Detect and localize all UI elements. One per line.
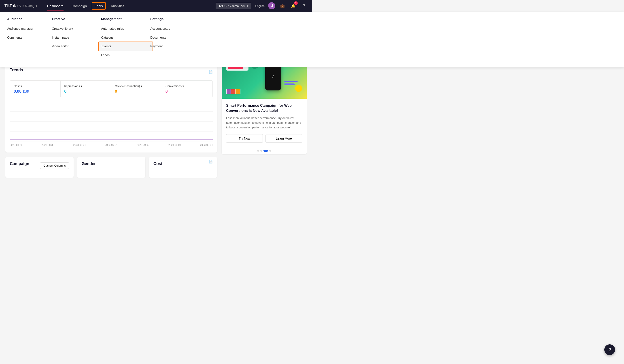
- metric-clicks: Clicks (Destination) ▾ 0: [111, 81, 162, 97]
- settings-section-title: Settings: [150, 17, 200, 21]
- dropdown-audience-section: Audience Audience manager Comments: [7, 17, 52, 60]
- help-icon[interactable]: ?: [300, 2, 308, 9]
- trends-title: Trends: [10, 68, 23, 72]
- cost-card: Cost 📄: [149, 157, 217, 178]
- dropdown-account-setup[interactable]: Account setup: [150, 24, 200, 33]
- tools-dropdown: Audience Audience manager Comments Creat…: [0, 12, 312, 67]
- dropdown-audience-manager[interactable]: Audience manager: [7, 24, 52, 33]
- x-label-4: 2023-09-01: [105, 144, 117, 146]
- dropdown-comments[interactable]: Comments: [7, 33, 52, 42]
- nav-dashboard[interactable]: Dashboard: [44, 2, 67, 10]
- nav-tools[interactable]: Tools: [92, 2, 106, 10]
- audience-section-title: Audience: [7, 17, 52, 21]
- left-panel: 2023-08-29 ~ 2023-09-04 (UTC+01:00) Amst…: [5, 54, 217, 178]
- campaign-header: Campaign Custom Columns: [10, 161, 69, 170]
- metric-cost-value: 0.00 EUR: [14, 89, 57, 94]
- trend-chart: [10, 102, 213, 142]
- chart-area: [10, 102, 213, 142]
- learn-more-button[interactable]: Learn More: [265, 134, 302, 143]
- language-selector[interactable]: English: [255, 4, 265, 8]
- promo-dots: [222, 147, 307, 154]
- dot-2[interactable]: [260, 150, 262, 152]
- right-panel: ♪ ✓ ✦ Smart Performance Campaign for Web…: [222, 54, 307, 178]
- dropdown-payment[interactable]: Payment: [150, 42, 200, 51]
- notification-icon[interactable]: 🔔: [290, 2, 297, 9]
- bottom-row: Campaign Custom Columns Gender Cost 📄: [5, 157, 217, 178]
- metric-clicks-value: 0: [115, 89, 158, 94]
- navbar-right: TAGGRS demo0707 ▾ English U 💼 🔔 ?: [216, 2, 308, 9]
- metric-conversions-label: Conversions ▾: [165, 84, 209, 88]
- account-selector[interactable]: TAGGRS demo0707 ▾: [216, 3, 251, 9]
- chart-x-labels: 2023-08-29 2023-08-30 2023-08-31 2023-09…: [10, 142, 213, 148]
- ads-manager-label: : Ads Manager: [17, 4, 37, 8]
- x-label-2: 2023-08-30: [42, 144, 54, 146]
- metric-clicks-label: Clicks (Destination) ▾: [115, 84, 158, 88]
- chevron-down-icon[interactable]: ▾: [21, 84, 22, 88]
- metric-cost: Cost ▾ 0.00 EUR: [10, 81, 61, 97]
- nav-analytics[interactable]: Analytics: [107, 2, 127, 10]
- campaign-card: Campaign Custom Columns: [5, 157, 74, 178]
- creative-section-title: Creative: [52, 17, 101, 21]
- metric-cost-label: Cost ▾: [14, 84, 57, 88]
- export-cost-icon: 📄: [209, 160, 213, 163]
- dot-4[interactable]: [269, 150, 271, 152]
- dropdown-creative-library[interactable]: Creative library: [52, 24, 101, 33]
- trends-card: Trends 📄 Cost ▾ 0.00 EUR Im: [5, 63, 217, 153]
- nav-links: Dashboard Campaign Tools Analytics: [44, 2, 216, 10]
- avatar-group: [226, 89, 240, 94]
- metric-conversions: Conversions ▾ 0: [162, 81, 212, 97]
- x-label-7: 2023-09-04: [200, 144, 213, 146]
- promo-card: ♪ ✓ ✦ Smart Performance Campaign for Web…: [222, 54, 307, 154]
- trends-header: Trends 📄: [10, 68, 213, 76]
- dot-3-active[interactable]: [263, 150, 268, 152]
- try-now-button[interactable]: Try Now: [226, 134, 263, 143]
- promo-description: Less manual input, better performance. T…: [226, 116, 302, 130]
- campaign-title: Campaign: [10, 161, 29, 166]
- promo-buttons: Try Now Learn More: [226, 134, 302, 143]
- metric-impressions-value: 0: [64, 89, 107, 94]
- dropdown-leads[interactable]: Leads: [101, 51, 150, 60]
- cost-title: Cost: [154, 161, 162, 166]
- chevron-down-icon[interactable]: ▾: [182, 84, 184, 88]
- dropdown-video-editor[interactable]: Video editor: [52, 42, 101, 51]
- lines-deco: [284, 81, 298, 85]
- navbar: TikTok : Ads Manager Dashboard Campaign …: [0, 0, 312, 12]
- promo-title: Smart Performance Campaign for Web Conve…: [226, 103, 302, 113]
- dropdown-documents[interactable]: Documents: [150, 33, 200, 42]
- chevron-down-icon: ▾: [247, 4, 248, 8]
- export-icon[interactable]: 📄: [209, 70, 213, 74]
- dropdown-catalogs[interactable]: Catalogs: [101, 33, 150, 42]
- nav-campaign[interactable]: Campaign: [68, 2, 90, 10]
- dropdown-creative-section: Creative Creative library Instant page V…: [52, 17, 101, 60]
- main-content: 2023-08-29 ~ 2023-09-04 (UTC+01:00) Amst…: [0, 49, 312, 182]
- promo-body: Smart Performance Campaign for Web Conve…: [222, 99, 307, 147]
- chevron-down-icon[interactable]: ▾: [141, 84, 142, 88]
- gender-card: Gender: [77, 157, 145, 178]
- dropdown-settings-section: Settings Account setup Documents Payment: [150, 17, 200, 60]
- metric-conversions-value: 0: [165, 89, 209, 94]
- dot-1[interactable]: [257, 150, 259, 152]
- metric-impressions-label: Impressions ▾: [64, 84, 107, 88]
- account-name: TAGGRS demo0707: [218, 4, 245, 8]
- dropdown-management-section: Management Automated rules Catalogs Even…: [101, 17, 150, 60]
- chevron-down-icon[interactable]: ▾: [81, 84, 82, 88]
- metrics-row: Cost ▾ 0.00 EUR Impressions ▾ 0: [10, 80, 213, 97]
- tiktok-phone-logo: ♪: [272, 73, 275, 80]
- x-label-6: 2023-09-03: [168, 144, 181, 146]
- management-section-title: Management: [101, 17, 150, 21]
- briefcase-icon[interactable]: 💼: [279, 2, 286, 9]
- dropdown-automated-rules[interactable]: Automated rules: [101, 24, 150, 33]
- x-label-5: 2023-09-02: [137, 144, 149, 146]
- gender-title: Gender: [82, 161, 96, 166]
- metric-impressions: Impressions ▾ 0: [61, 81, 111, 97]
- x-label-3: 2023-08-31: [73, 144, 86, 146]
- tiktok-wordmark: TikTok: [4, 3, 16, 8]
- dropdown-events[interactable]: Events: [98, 42, 153, 51]
- custom-columns-button[interactable]: Custom Columns: [40, 162, 69, 169]
- dropdown-instant-page[interactable]: Instant page: [52, 33, 101, 42]
- deco-circle: [295, 85, 302, 92]
- user-avatar[interactable]: U: [268, 2, 275, 9]
- x-label-1: 2023-08-29: [10, 144, 22, 146]
- brand-logo: TikTok : Ads Manager: [4, 3, 37, 8]
